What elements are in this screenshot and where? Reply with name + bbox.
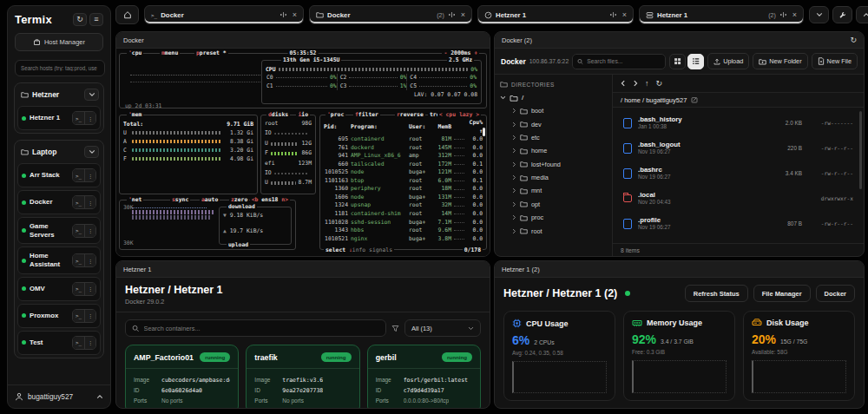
close-icon[interactable]: × xyxy=(459,11,465,19)
process-row[interactable]: 1360 periphery root 18M 0.0 xyxy=(320,185,486,194)
container-card[interactable]: gerbil running ​ Image fosrl/gerbil:late… xyxy=(367,345,481,408)
refresh-status-button[interactable]: Refresh Status xyxy=(685,285,748,302)
host-item[interactable]: Hetzner 1 >_ ⋮ xyxy=(17,106,101,130)
file-search-input[interactable] xyxy=(587,58,661,64)
open-terminal-button[interactable]: >_ xyxy=(73,112,84,124)
terminal-screen[interactable]: 'cpu mmenu ppreset * 05:35:52 - 2000ms +… xyxy=(116,49,490,256)
scroll-tabs-down-button[interactable] xyxy=(809,6,829,23)
edit-path-icon[interactable] xyxy=(691,96,698,103)
group-header[interactable]: Laptop xyxy=(17,143,101,161)
process-row[interactable]: 1606 node buga+ 131M 0.0 xyxy=(320,194,486,202)
process-row[interactable]: 1010521 nginx buga+ 3.8M 0.0 xyxy=(320,235,486,244)
tab-hetzner-containers[interactable]: Hetzner 1 × xyxy=(477,5,634,24)
container-filter-select[interactable]: All (13) xyxy=(404,319,481,337)
new-folder-button[interactable]: New Folder xyxy=(753,53,807,69)
container-card[interactable]: traefik running ​ Image traefik:v3.6 ID … xyxy=(246,345,359,408)
host-item[interactable]: Game Servers >_ ⋮ xyxy=(17,217,101,244)
process-row[interactable]: 1010525 node buga+ 121M 0.0 xyxy=(320,168,486,177)
tree-directory[interactable]: media xyxy=(500,171,607,184)
tree-directory[interactable]: boot xyxy=(500,104,607,117)
host-item[interactable]: OMV >_ ⋮ xyxy=(17,277,101,301)
refresh-button[interactable]: ↻ xyxy=(73,13,87,26)
open-terminal-button[interactable]: >_ xyxy=(73,225,84,237)
collapse-group-button[interactable] xyxy=(84,89,99,101)
tab-hetzner-stats[interactable]: Hetzner 1 (2) × xyxy=(639,5,804,24)
tree-directory[interactable]: lost+found xyxy=(500,158,607,171)
close-icon[interactable]: × xyxy=(621,11,627,19)
admin-tools-button[interactable] xyxy=(832,6,852,23)
close-icon[interactable]: × xyxy=(291,11,297,19)
user-menu[interactable]: bugattiguy527 xyxy=(8,384,110,408)
open-terminal-button[interactable]: >_ xyxy=(73,310,84,322)
refresh-icon[interactable]: ↻ xyxy=(656,79,663,88)
host-more-button[interactable]: ⋮ xyxy=(84,225,95,237)
process-row[interactable]: 941 AMP_Linux_x86_6 amp 312M 0.0 xyxy=(320,152,486,161)
filter-icon[interactable] xyxy=(391,325,399,332)
tree-directory[interactable]: proc xyxy=(500,211,607,224)
host-more-button[interactable]: ⋮ xyxy=(84,112,95,124)
process-row[interactable]: 695 containerd root 81M 0.0 xyxy=(320,135,486,144)
host-item[interactable]: Arr Stack >_ ⋮ xyxy=(17,163,101,187)
tab-docker-terminal[interactable]: >_ Docker × xyxy=(144,5,304,24)
container-card[interactable]: AMP_Factorio01 running ​ Image cubecoder… xyxy=(125,345,239,408)
refresh-icon[interactable]: ↻ xyxy=(850,36,857,44)
proc-scrollbar-thumb[interactable] xyxy=(483,128,485,136)
open-terminal-button[interactable]: >_ xyxy=(73,254,84,266)
collapse-group-button[interactable] xyxy=(84,146,99,158)
upload-button[interactable]: Upload xyxy=(707,53,749,69)
forward-icon[interactable] xyxy=(633,80,638,87)
list-view-button[interactable] xyxy=(687,54,704,69)
grid-view-button[interactable] xyxy=(669,54,686,69)
tree-root[interactable]: / xyxy=(500,94,607,102)
host-more-button[interactable]: ⋮ xyxy=(84,169,95,181)
process-row[interactable]: 1324 upsnap root 32M 0.0 xyxy=(320,201,486,210)
group-header[interactable]: Hetzner xyxy=(17,86,101,103)
process-row[interactable]: 1101028 sshd-session buga+ 7.1M 0.0 xyxy=(320,219,486,227)
tree-directory[interactable]: root xyxy=(500,224,607,237)
process-row[interactable]: 1343 hbbs root 9.6M 0.0 xyxy=(320,227,486,235)
process-row[interactable]: 1101163 btop root 6.0M 0.1 xyxy=(320,177,486,186)
new-file-button[interactable]: New File xyxy=(812,53,858,69)
tree-directory[interactable]: dev xyxy=(500,117,607,130)
open-terminal-button[interactable]: >_ xyxy=(73,169,84,181)
host-item[interactable]: Test >_ ⋮ xyxy=(17,331,101,355)
container-search-input[interactable] xyxy=(144,325,379,332)
process-row[interactable]: 660 tailscaled root 172M 0.1 xyxy=(320,161,486,169)
file-row[interactable]: .bashrc Nov 19 06:27 3.4 KB -rw-r--r-- xyxy=(616,161,857,186)
host-more-button[interactable]: ⋮ xyxy=(84,254,95,266)
menu-button[interactable]: ≡ xyxy=(89,13,103,26)
home-button[interactable] xyxy=(115,5,139,24)
process-row[interactable]: 761 dockerd root 145M 0.0 xyxy=(320,144,486,153)
file-row[interactable]: .local Nov 20 04:43 drwxrwxr-x xyxy=(616,186,857,211)
host-manager-button[interactable]: Host Manager xyxy=(15,33,103,51)
process-row[interactable]: 1181 containerd-shim root 14M 0.0 xyxy=(320,210,486,219)
search-hosts-input[interactable] xyxy=(15,60,105,76)
stats-heading: Hetzner / Hetzner 1 (2) xyxy=(503,287,617,299)
breadcrumb[interactable]: / home / bugattiguy527 xyxy=(621,96,687,104)
up-directory-icon[interactable]: ↑ xyxy=(645,79,649,88)
scroll-tabs-up-button[interactable] xyxy=(856,6,868,23)
close-icon[interactable]: × xyxy=(791,11,797,19)
open-terminal-button[interactable]: >_ xyxy=(73,337,84,349)
file-list-scrollbar[interactable] xyxy=(859,111,862,189)
tree-directory[interactable]: opt xyxy=(500,198,607,211)
tree-directory[interactable]: home xyxy=(500,144,607,157)
back-icon[interactable] xyxy=(621,80,626,87)
docker-button[interactable]: Docker xyxy=(816,285,855,302)
host-more-button[interactable]: ⋮ xyxy=(84,310,95,322)
host-more-button[interactable]: ⋮ xyxy=(84,337,95,349)
host-item[interactable]: Docker >_ ⋮ xyxy=(17,190,101,214)
tree-directory[interactable]: etc xyxy=(500,131,607,144)
file-row[interactable]: .bash_history Jan 1 00:38 2.0 KB -rw----… xyxy=(616,110,857,135)
tab-docker-files[interactable]: Docker (2) × xyxy=(309,5,472,24)
open-terminal-button[interactable]: >_ xyxy=(73,196,84,208)
host-more-button[interactable]: ⋮ xyxy=(84,196,95,208)
open-terminal-button[interactable]: >_ xyxy=(73,283,84,295)
tree-directory[interactable]: mnt xyxy=(500,184,607,197)
file-manager-button[interactable]: File Manager xyxy=(753,285,811,302)
host-item[interactable]: Home Assistant >_ ⋮ xyxy=(17,246,101,273)
file-row[interactable]: .bash_logout Nov 19 06:27 220 B -rw-r--r… xyxy=(616,135,857,161)
host-more-button[interactable]: ⋮ xyxy=(84,283,95,295)
file-row[interactable]: .profile Nov 19 06:27 807 B -rw-r--r-- xyxy=(616,211,857,236)
host-item[interactable]: Proxmox >_ ⋮ xyxy=(17,304,101,328)
